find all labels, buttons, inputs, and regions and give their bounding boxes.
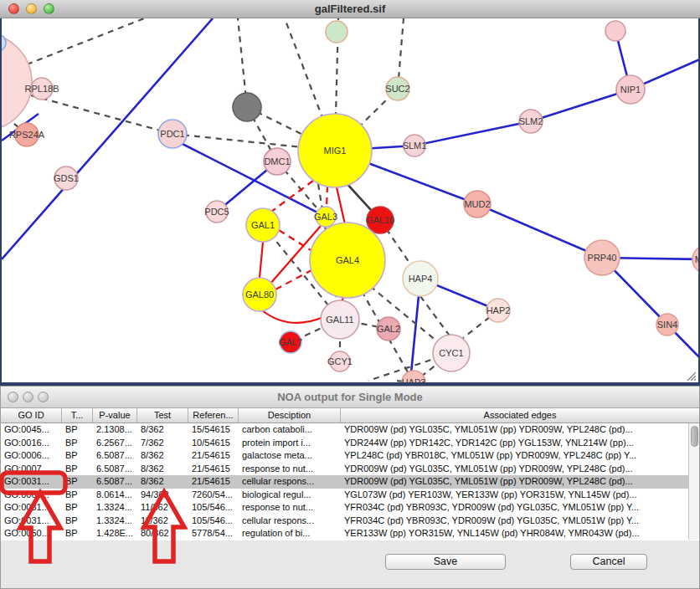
table-cell: 21/54615: [188, 475, 239, 489]
network-canvas[interactable]: RPL18BRPS24AGDS1PDC1PDC5DMC1MIG1SUC2SLM1…: [0, 18, 700, 386]
minimize-button[interactable]: [26, 3, 37, 14]
table-row[interactable]: GO:0016...BP6.2567...7/36210/54615protei…: [1, 437, 699, 450]
network-edge[interactable]: [414, 121, 531, 146]
table-cell: BP: [62, 501, 93, 515]
column-header-test[interactable]: Test: [137, 408, 188, 423]
node-GDS1[interactable]: GDS1: [54, 166, 79, 190]
network-edge[interactable]: [262, 310, 323, 323]
table-cell: 7260/54...: [188, 489, 239, 502]
node-RPS24A[interactable]: RPS24A: [9, 123, 45, 146]
node-label: MUD2: [464, 199, 490, 209]
column-header-desciption[interactable]: Desciption: [239, 408, 341, 423]
node-GAL1[interactable]: GAL1: [246, 208, 280, 242]
close-button[interactable]: [8, 3, 19, 14]
column-header-t-[interactable]: T...: [62, 408, 93, 423]
table-cell: 8.0614...: [93, 489, 137, 502]
node-label: HAP4: [409, 274, 433, 284]
table-row[interactable]: GO:0045...BP2.1308...8/36215/54615carbon…: [1, 423, 699, 437]
table-cell: YDR244W (pp) YDR142C, YDR142C (pp) YGL15…: [341, 437, 699, 450]
node-NIP1[interactable]: NIP1: [616, 75, 645, 104]
close-button-inactive[interactable]: [8, 392, 18, 402]
network-edge[interactable]: [337, 187, 345, 224]
table-cell: GO:0031...: [1, 475, 62, 489]
node-DMC1[interactable]: DMC1: [264, 148, 291, 175]
node-CYC1[interactable]: CYC1: [433, 335, 470, 371]
table-cell: 10/54615: [188, 437, 239, 450]
node-GAL80[interactable]: GAL80: [243, 278, 276, 311]
node-gray-node[interactable]: [233, 93, 261, 121]
node-GAL2[interactable]: GAL2: [377, 317, 400, 341]
network-edge[interactable]: [327, 186, 327, 207]
node-GAL7[interactable]: GAL7: [279, 331, 302, 353]
node-SLM1[interactable]: SLM1: [403, 135, 427, 156]
table-row[interactable]: GO:0031...BP1.3324...11/362105/546...cel…: [1, 515, 699, 528]
table-row[interactable]: GO:0050...BP1.428E...80/3625778/54...reg…: [1, 527, 699, 540]
table-cell: YER133W (pp) YOR315W, YNL145W (pd) YHR08…: [341, 527, 699, 540]
network-edge[interactable]: [31, 95, 172, 134]
node-GCY1[interactable]: GCY1: [327, 351, 353, 371]
node-PDC1[interactable]: PDC1: [158, 120, 187, 148]
column-header-p-value[interactable]: P-value: [93, 408, 137, 423]
node-MIG1[interactable]: MIG1: [298, 114, 372, 187]
table-cell: 1.3324...: [93, 515, 137, 528]
node-GAL4[interactable]: GAL4: [310, 223, 385, 298]
node-SLM2[interactable]: SLM2: [519, 110, 543, 133]
table-cell: GO:0016...: [1, 437, 62, 450]
column-header-referen-[interactable]: Referen...: [188, 408, 239, 423]
table-cell: BP: [62, 527, 93, 540]
minimize-button-inactive[interactable]: [23, 392, 33, 402]
network-edge[interactable]: [477, 204, 602, 258]
column-header-associated-edges[interactable]: Associated edges: [341, 408, 699, 423]
node-top-green[interactable]: [326, 21, 347, 43]
network-edge[interactable]: [279, 230, 311, 250]
node-top-pink[interactable]: [605, 21, 625, 41]
node-label: SLM1: [403, 141, 427, 151]
table-cell: GO:0006...: [1, 449, 62, 463]
table-cell: 94/362: [137, 489, 188, 502]
node-HAP3[interactable]: HAP3: [402, 371, 426, 382]
table-cell: regulation of bi...: [239, 527, 341, 540]
node-label: GAL11: [326, 315, 353, 325]
table-cell: BP: [62, 449, 93, 463]
resize-grip[interactable]: [685, 370, 696, 381]
network-edge[interactable]: [260, 242, 263, 278]
node-SIN4[interactable]: SIN4: [656, 314, 678, 335]
noa-window-titlebar[interactable]: NOA output for Single Mode: [1, 387, 699, 408]
node-MSL1[interactable]: MSL1: [692, 245, 698, 274]
zoom-button-inactive[interactable]: [38, 392, 49, 402]
zoom-button[interactable]: [44, 3, 54, 14]
node-HAP4[interactable]: HAP4: [403, 261, 438, 296]
table-cell: GO:0031...: [1, 515, 62, 528]
node-MUD2[interactable]: MUD2: [464, 191, 491, 218]
node-HAP2[interactable]: HAP2: [486, 299, 511, 322]
table-cell: 7/362: [137, 437, 188, 450]
table-body: GO:0045...BP2.1308...8/36215/54615carbon…: [1, 423, 699, 540]
cancel-button[interactable]: Cancel: [570, 554, 647, 570]
network-window-titlebar[interactable]: galFiltered.sif: [0, 0, 700, 18]
node-label: SUC2: [385, 84, 409, 94]
node-PRP40[interactable]: PRP40: [584, 240, 620, 275]
table-row[interactable]: GO:0065...BP8.0614...94/3627260/54...bio…: [1, 489, 699, 502]
node-unnamed-large[interactable]: [2, 33, 32, 131]
node-GAL3[interactable]: GAL3: [314, 207, 337, 227]
node-SUC2[interactable]: SUC2: [385, 77, 409, 100]
table-row[interactable]: GO:0006...BP6.5087...8/36221/54615galact…: [1, 449, 699, 463]
network-edge[interactable]: [27, 18, 144, 64]
network-edge[interactable]: [275, 270, 311, 289]
table-cell: 80/362: [137, 527, 188, 540]
table-row[interactable]: GO:0031...BP6.5087...8/36221/54615cellul…: [1, 475, 699, 489]
table-row[interactable]: GO:0031...BP1.3324...11/362105/546...res…: [1, 501, 699, 515]
table-row[interactable]: GO:0007...BP6.5087...8/36221/54615respon…: [1, 463, 699, 476]
node-label: RPS24A: [9, 130, 45, 140]
save-button[interactable]: Save: [385, 554, 506, 570]
node-label: NIP1: [620, 85, 641, 95]
node-PDC5[interactable]: PDC5: [204, 201, 229, 223]
node-label: MIG1: [324, 146, 347, 156]
network-edge[interactable]: [531, 90, 631, 121]
node-GAL11[interactable]: GAL11: [321, 300, 359, 339]
scrollbar-thumb[interactable]: [691, 426, 698, 447]
network-edge[interactable]: [420, 296, 451, 338]
table-cell: YDR009W (pd) YGL035C, YML051W (pp) YDR00…: [341, 475, 699, 489]
column-header-go-id[interactable]: GO ID: [1, 408, 62, 423]
vertical-scrollbar[interactable]: [688, 423, 699, 540]
